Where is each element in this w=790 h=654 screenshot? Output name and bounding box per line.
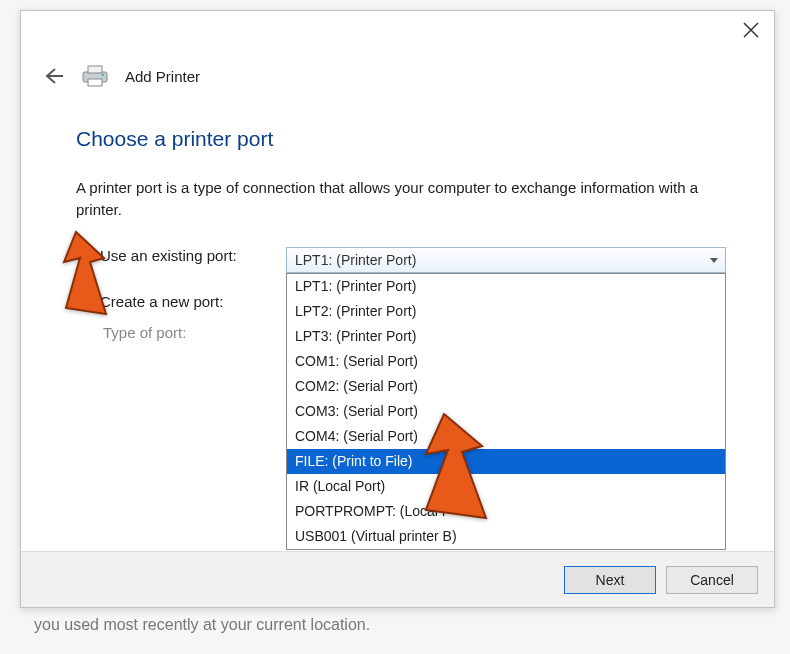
next-button[interactable]: Next [564,566,656,594]
wizard-footer: Next Cancel [21,551,774,607]
svg-marker-7 [710,258,718,263]
port-combobox-list[interactable]: LPT1: (Printer Port)LPT2: (Printer Port)… [286,273,726,550]
back-button[interactable] [43,65,65,87]
port-option[interactable]: COM1: (Serial Port) [287,349,725,374]
create-new-port-label: Create a new port: [100,293,223,310]
port-option[interactable]: COM4: (Serial Port) [287,424,725,449]
page-heading: Choose a printer port [76,127,726,151]
wizard-header: Add Printer [21,51,774,93]
type-of-port-label: Type of port: [76,324,186,341]
port-combobox[interactable]: LPT1: (Printer Port) [286,247,726,273]
printer-icon [81,65,109,87]
wizard-content: Choose a printer port A printer port is … [21,93,774,341]
titlebar [21,11,774,51]
port-option[interactable]: IR (Local Port) [287,474,725,499]
svg-point-6 [102,74,105,77]
use-existing-port-label: Use an existing port: [100,247,237,264]
use-existing-port-radio[interactable] [76,247,92,263]
port-option[interactable]: LPT1: (Printer Port) [287,274,725,299]
create-new-port-radio[interactable] [76,293,92,309]
port-option[interactable]: COM2: (Serial Port) [287,374,725,399]
svg-rect-5 [88,79,102,86]
wizard-title: Add Printer [125,68,200,85]
port-option[interactable]: USB001 (Virtual printer B) [287,524,725,549]
svg-rect-4 [88,66,102,73]
port-option[interactable]: LPT3: (Printer Port) [287,324,725,349]
background-page-text: you used most recently at your current l… [34,616,370,634]
close-button[interactable] [742,21,760,39]
page-description: A printer port is a type of connection t… [76,177,726,221]
add-printer-dialog: Add Printer Choose a printer port A prin… [20,10,775,608]
port-option[interactable]: LPT2: (Printer Port) [287,299,725,324]
port-option[interactable]: FILE: (Print to File) [287,449,725,474]
chevron-down-icon [709,252,719,268]
port-combobox-value: LPT1: (Printer Port) [295,252,416,268]
port-option[interactable]: PORTPROMPT: (Local P [287,499,725,524]
existing-port-row: Use an existing port: LPT1: (Printer Por… [76,247,726,273]
cancel-button[interactable]: Cancel [666,566,758,594]
port-option[interactable]: COM3: (Serial Port) [287,399,725,424]
